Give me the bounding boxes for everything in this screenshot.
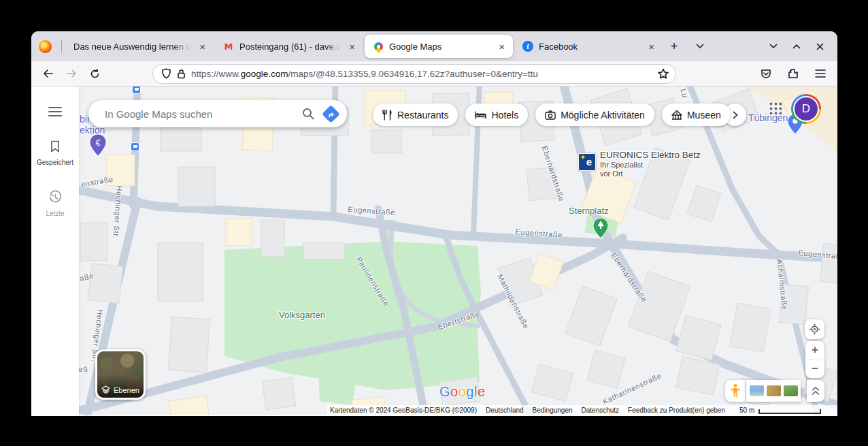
maps-search-box <box>88 100 347 127</box>
park-tree-pin[interactable] <box>593 218 608 238</box>
satellite-thumbnail: Ebenen <box>97 351 144 398</box>
window-controls <box>765 38 832 54</box>
my-location-button[interactable] <box>805 319 824 339</box>
back-button[interactable] <box>38 64 59 83</box>
maps-menu-button[interactable] <box>48 107 62 116</box>
collapse-controls-button[interactable] <box>807 380 824 402</box>
scale-bar <box>758 409 821 414</box>
bookmark-star-icon[interactable] <box>658 68 669 79</box>
poi-label-sternplatz[interactable]: Sternplatz <box>569 206 609 216</box>
scale-indicator: 50 m <box>739 407 821 414</box>
forward-button[interactable] <box>61 64 82 83</box>
tab-title: Google Maps <box>389 42 490 52</box>
maps-sidebar: Gespeichert Letzte <box>31 86 79 415</box>
tab-separator <box>61 39 62 53</box>
imagery-thumbnail[interactable] <box>750 385 764 396</box>
map-canvas[interactable]: enstraße Hechinger Str. Eugenstraße Euge… <box>79 86 837 415</box>
zoom-out-button[interactable]: − <box>805 360 824 379</box>
imagery-previews[interactable] <box>746 380 801 402</box>
url-text[interactable]: https://www.google.com/maps/@48.513355,9… <box>191 69 652 79</box>
euronics-logo-icon[interactable]: ✦e <box>578 153 596 171</box>
layers-label: Ebenen <box>114 386 139 394</box>
sidebar-item-saved[interactable]: Gespeichert <box>31 140 79 166</box>
link-datenschutz[interactable]: Datenschutz <box>582 407 620 414</box>
search-input[interactable] <box>105 108 295 120</box>
chip-restaurants[interactable]: Restaurants <box>373 103 458 126</box>
tab-title: Posteingang (61) - dave.va <box>239 42 341 52</box>
account-avatar[interactable]: D <box>791 94 821 124</box>
imagery-thumbnail[interactable] <box>767 385 781 396</box>
tab-facebook[interactable]: f Facebook × <box>514 35 663 58</box>
close-icon[interactable]: × <box>496 40 507 53</box>
url-bar[interactable]: https://www.google.com/maps/@48.513355,9… <box>152 64 676 84</box>
poi-label-euronics[interactable]: EURONICS Elektro Betz <box>600 150 701 160</box>
map-copyright: Kartendaten © 2024 GeoBasis-DE/BKG (©200… <box>330 407 477 414</box>
chip-aktivitaeten[interactable]: Mögliche Aktivitäten <box>535 103 654 126</box>
zoom-in-button[interactable]: + <box>805 341 824 360</box>
bus-stop-icon[interactable] <box>132 86 141 94</box>
extensions-puzzle-icon[interactable] <box>783 64 803 83</box>
directions-arrow-icon <box>327 110 335 118</box>
avatar-letter: D <box>793 96 819 122</box>
close-icon[interactable]: × <box>646 40 657 53</box>
reload-button[interactable] <box>84 64 105 83</box>
svg-text:€: € <box>96 138 101 148</box>
lock-icon[interactable] <box>177 69 186 79</box>
atm-euro-pin[interactable]: € <box>90 134 106 156</box>
poi-sublabel: vor Ort <box>600 170 623 178</box>
firefox-view-button[interactable] <box>31 34 59 59</box>
link-bedingungen[interactable]: Bedingungen <box>533 407 573 414</box>
desktop-background: Das neue Auswendig lernen u × M Posteing… <box>0 0 868 446</box>
attribution-bar: Kartendaten © 2024 GeoBasis-DE/BKG (©200… <box>327 405 837 415</box>
close-window-button[interactable] <box>812 38 828 54</box>
pegman-icon <box>731 383 740 398</box>
hotel-bed-icon <box>475 110 486 120</box>
crosshair-icon <box>809 323 820 335</box>
double-chevron-up-icon <box>812 386 820 396</box>
poi-label-volksgarten[interactable]: Volksgarten <box>279 310 325 320</box>
sidebar-item-recent[interactable]: Letzte <box>31 190 79 217</box>
directions-button[interactable] <box>322 105 340 123</box>
category-chips: Restaurants Hotels Mögliche Aktivitäten … <box>373 103 731 126</box>
list-all-tabs-button[interactable] <box>689 35 711 57</box>
tab-posteingang[interactable]: M Posteingang (61) - dave.va × <box>215 35 363 58</box>
poi-sublabel: Ihr Spezialist <box>600 161 643 169</box>
map-base-layer <box>79 86 837 415</box>
tab-das-neue-auswendig[interactable]: Das neue Auswendig lernen u × <box>65 35 214 58</box>
museum-icon <box>671 110 682 120</box>
zoom-control: + − <box>805 341 824 378</box>
chip-museen[interactable]: Museen <box>662 103 731 126</box>
restaurant-icon <box>382 110 393 121</box>
pegman-button[interactable] <box>725 380 746 402</box>
google-maps-pin-icon <box>373 41 384 52</box>
chip-hotels[interactable]: Hotels <box>465 103 528 126</box>
toolbar-right-icons <box>756 64 831 83</box>
google-maps-app: enstraße Hechinger Str. Eugenstraße Euge… <box>31 86 837 415</box>
google-logo: Google <box>439 384 486 400</box>
tab-google-maps[interactable]: Google Maps × <box>365 35 513 58</box>
chevron-down-icon <box>696 44 704 49</box>
maximize-button[interactable] <box>788 38 805 54</box>
tab-title: Facebook <box>539 42 640 52</box>
tracking-protection-shield-icon[interactable] <box>161 68 171 79</box>
menu-hamburger-icon[interactable] <box>810 64 831 83</box>
link-feedback[interactable]: Feedback zu Produkt(en) geben <box>628 407 725 414</box>
google-apps-grid-icon[interactable] <box>769 102 782 114</box>
tab-bar: Das neue Auswendig lernen u × M Posteing… <box>31 31 837 61</box>
close-icon[interactable]: × <box>197 40 208 53</box>
history-clock-icon <box>48 190 63 204</box>
link-deutschland[interactable]: Deutschland <box>486 407 524 414</box>
search-icon[interactable] <box>301 107 315 121</box>
bookmark-icon <box>48 140 62 153</box>
layers-button[interactable]: Ebenen <box>95 349 146 400</box>
facebook-icon: f <box>522 41 533 52</box>
tab-title: Das neue Auswendig lernen u <box>73 42 191 52</box>
close-icon[interactable]: × <box>346 40 358 53</box>
new-tab-button[interactable]: + <box>663 35 685 57</box>
camera-icon <box>545 110 556 120</box>
pocket-icon[interactable] <box>756 64 776 83</box>
city-label-tuebingen[interactable]: Tübingen <box>748 112 788 123</box>
imagery-thumbnail[interactable] <box>784 385 798 396</box>
bus-stop-icon[interactable] <box>131 142 139 151</box>
minimize-button[interactable] <box>765 38 782 54</box>
